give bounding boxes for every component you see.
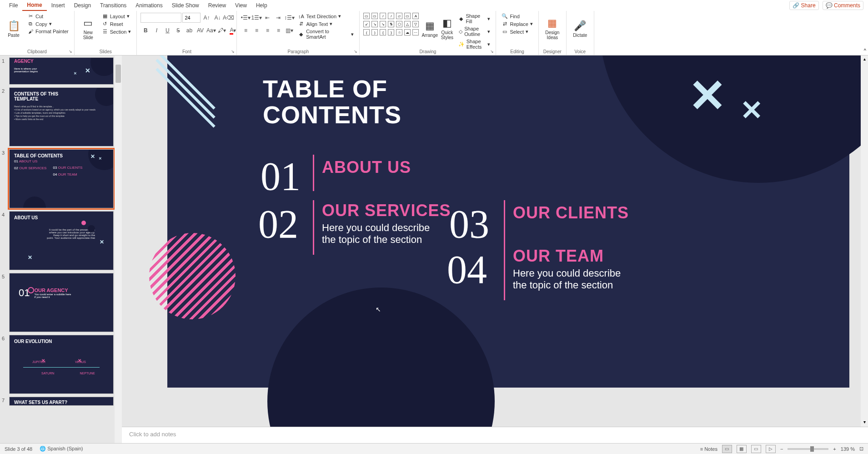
- design-ideas-button[interactable]: ▦Design Ideas: [542, 13, 562, 45]
- slide-title[interactable]: TABLE OF CONTENTS: [263, 76, 401, 127]
- tab-insert[interactable]: Insert: [47, 0, 70, 10]
- paste-button[interactable]: 📋 Paste: [4, 13, 24, 45]
- font-size-input[interactable]: [182, 13, 201, 23]
- clipboard-dialog-launcher[interactable]: ↘: [68, 49, 73, 54]
- bullets-button[interactable]: •☰▾: [241, 13, 251, 23]
- toc-content-01[interactable]: ABOUT US: [322, 158, 411, 177]
- toc-content-04[interactable]: OUR TEAM Here you could describe the top…: [513, 247, 621, 291]
- dictate-button[interactable]: 🎤Dictate: [570, 13, 590, 45]
- underline-button[interactable]: U: [162, 25, 172, 35]
- strikethrough-button[interactable]: S̶: [173, 25, 183, 35]
- toc-item-02[interactable]: 02: [258, 201, 298, 247]
- tab-file[interactable]: File: [5, 0, 22, 10]
- reading-view-button[interactable]: ▭: [751, 445, 761, 453]
- case-button[interactable]: Aa▾: [206, 25, 216, 35]
- tab-animations[interactable]: Animations: [131, 0, 167, 10]
- fit-window-button[interactable]: ⊡: [859, 446, 863, 452]
- tab-transitions[interactable]: Transitions: [95, 0, 131, 10]
- line-spacing-button[interactable]: ↕☰▾: [284, 13, 294, 23]
- notes-toggle[interactable]: ≡ Notes: [700, 446, 717, 452]
- toc-content-03[interactable]: OUR CLIENTS: [513, 203, 629, 222]
- zoom-out-button[interactable]: −: [780, 446, 783, 452]
- zoom-in-button[interactable]: +: [833, 446, 836, 452]
- thumbnail-2[interactable]: CONTENTS OF THIS TEMPLATE Here's what yo…: [9, 87, 114, 146]
- align-text-button[interactable]: ⇵Align Text ▾: [296, 20, 356, 27]
- slideshow-view-button[interactable]: ▷: [766, 445, 776, 453]
- align-right-button[interactable]: ≡: [262, 25, 272, 35]
- columns-button[interactable]: ▥▾: [284, 25, 294, 35]
- font-color-button[interactable]: A▾: [228, 25, 238, 35]
- align-text-icon: ⇵: [298, 21, 304, 27]
- layout-button[interactable]: ▦Layout ▾: [100, 13, 133, 20]
- notes-pane[interactable]: Click to add notes: [122, 427, 868, 443]
- normal-view-button[interactable]: ▭: [722, 445, 732, 453]
- justify-button[interactable]: ≡: [273, 25, 283, 35]
- thumbnail-6[interactable]: OUR EVOLUTION ✕ ✕ JUPITER VENUS SATURN N…: [9, 335, 114, 394]
- tab-design[interactable]: Design: [70, 0, 95, 10]
- collapse-ribbon-button[interactable]: ^: [864, 48, 866, 53]
- section-button[interactable]: ☰Section ▾: [100, 28, 133, 35]
- align-center-button[interactable]: ≡: [251, 25, 261, 35]
- thumbnail-scrollbar[interactable]: [115, 55, 122, 443]
- tab-view[interactable]: View: [231, 0, 251, 10]
- align-left-button[interactable]: ≡: [241, 25, 251, 35]
- comments-button[interactable]: 💬 Comments: [823, 1, 863, 10]
- sorter-view-button[interactable]: ▦: [737, 445, 747, 453]
- quick-styles-button[interactable]: ◧Quick Styles: [440, 13, 455, 45]
- tab-review[interactable]: Review: [204, 0, 231, 10]
- italic-button[interactable]: I: [151, 25, 161, 35]
- decrease-indent-button[interactable]: ⇤: [262, 13, 272, 23]
- share-button[interactable]: 🔗 Share: [789, 1, 818, 10]
- numbering-button[interactable]: 1☰▾: [251, 13, 261, 23]
- arrange-button[interactable]: ▦Arrange: [421, 13, 438, 45]
- slide-scrollbar[interactable]: ▴ ▾: [861, 55, 868, 427]
- font-name-input[interactable]: [140, 13, 181, 23]
- convert-smartart-button[interactable]: ◆Convert to SmartArt ▾: [296, 28, 356, 40]
- text-direction-button[interactable]: ↕AText Direction ▾: [296, 13, 356, 20]
- thumb-number: 1: [2, 57, 9, 64]
- thumbnail-7[interactable]: WHAT SETS US APART?: [9, 397, 114, 406]
- slide-viewport[interactable]: ✕ ✕ TABLE OF CONTENTS 01: [122, 55, 868, 427]
- slide-canvas[interactable]: ✕ ✕ TABLE OF CONTENTS 01: [167, 55, 849, 388]
- thumbnail-5[interactable]: 01 OUR AGENCY You could enter a subtitle…: [9, 273, 114, 332]
- toc-item-01[interactable]: 01: [261, 153, 301, 199]
- shape-outline-button[interactable]: ◇Shape Outline ▾: [457, 25, 492, 37]
- language-indicator[interactable]: 🌐 Spanish (Spain): [40, 446, 83, 452]
- bold-button[interactable]: B: [140, 25, 151, 35]
- select-button[interactable]: ▭Select ▾: [500, 28, 534, 35]
- toc-item-04[interactable]: 04: [447, 247, 487, 293]
- font-dialog-launcher[interactable]: ↘: [230, 49, 236, 54]
- thumb7-title: WHAT SETS US APART?: [10, 397, 113, 406]
- shape-fill-button[interactable]: ◆Shape Fill ▾: [457, 13, 492, 25]
- thumbnail-1[interactable]: AGENCY Here is where your presentation b…: [9, 57, 114, 85]
- tab-slideshow[interactable]: Slide Show: [167, 0, 204, 10]
- highlight-button[interactable]: 🖍▾: [217, 25, 227, 35]
- mic-icon: 🎤: [574, 20, 586, 32]
- reset-button[interactable]: ↺Reset: [100, 20, 133, 27]
- zoom-slider[interactable]: [788, 448, 828, 450]
- tab-home[interactable]: Home: [22, 0, 46, 11]
- increase-indent-button[interactable]: ⇥: [273, 13, 283, 23]
- thumbnail-3[interactable]: ✕ ✕ TABLE OF CONTENTS 01 ABOUT US 02 OUR…: [9, 149, 114, 208]
- tab-help[interactable]: Help: [251, 0, 272, 10]
- replace-button[interactable]: ⇄Replace ▾: [500, 20, 534, 27]
- shapes-gallery[interactable]: ▭▭//▱▭A ↙↘↘⇅⬡△▽ (){}☆☁⋯: [363, 13, 420, 36]
- toc-content-02[interactable]: OUR SERVICES Here you could describe the…: [322, 201, 451, 246]
- find-button[interactable]: 🔍Find: [500, 13, 534, 20]
- zoom-level[interactable]: 139 %: [841, 446, 855, 452]
- cut-button[interactable]: ✂Cut: [25, 13, 70, 20]
- toc-item-03[interactable]: 03: [449, 201, 489, 247]
- clear-format-button[interactable]: A⌫: [223, 13, 233, 23]
- decor-circle-bl: [267, 288, 495, 427]
- decrease-font-button[interactable]: A↓: [212, 13, 222, 23]
- format-painter-button[interactable]: 🖌Format Painter: [25, 28, 70, 35]
- new-slide-button[interactable]: ▭ New Slide: [78, 13, 98, 45]
- slide-counter[interactable]: Slide 3 of 48: [5, 446, 32, 452]
- copy-button[interactable]: ⧉Copy ▾: [25, 20, 70, 27]
- shadow-button[interactable]: ab: [184, 25, 194, 35]
- increase-font-button[interactable]: A↑: [201, 13, 211, 23]
- thumbnail-4[interactable]: ABOUT US ✕ ✕ It could be the part of the…: [9, 211, 114, 270]
- paragraph-dialog-launcher[interactable]: ↘: [353, 49, 358, 54]
- spacing-button[interactable]: AV: [195, 25, 205, 35]
- drawing-dialog-launcher[interactable]: ↘: [489, 49, 495, 54]
